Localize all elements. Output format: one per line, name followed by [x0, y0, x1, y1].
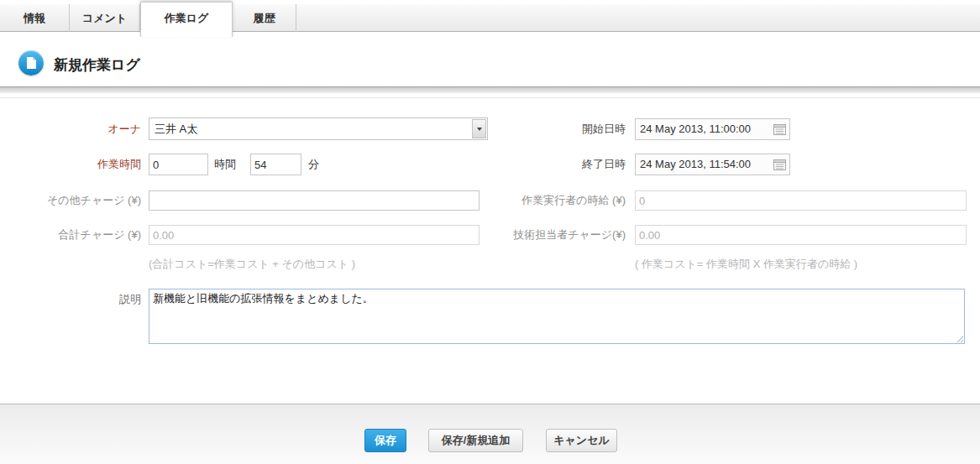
header-divider: [0, 86, 980, 93]
save-and-new-button[interactable]: 保存/新規追加: [428, 429, 523, 452]
work-cost-formula-note: ( 作業コスト= 作業時間 X 作業実行者の時給 ): [635, 257, 857, 272]
end-datetime-value: 24 May 2013, 11:54:00: [636, 154, 789, 175]
work-time-label: 作業時間: [0, 154, 141, 175]
owner-select[interactable]: 三井 A太: [149, 117, 488, 140]
tab-info[interactable]: 情報: [0, 4, 70, 32]
page-title: 新規作業ログ: [54, 55, 140, 75]
tab-comment[interactable]: コメント: [70, 4, 140, 32]
work-minutes-input[interactable]: [250, 154, 301, 175]
description-label: 説明: [0, 291, 141, 308]
total-charge-label: 合計チャージ (¥): [0, 225, 141, 245]
minutes-unit-label: 分: [308, 154, 319, 175]
tech-staff-charge-input[interactable]: [635, 225, 967, 245]
executor-hourly-rate-label: 作業実行者の時給 (¥): [458, 190, 626, 211]
end-datetime-field[interactable]: 24 May 2013, 11:54:00: [635, 154, 790, 175]
calendar-icon[interactable]: [773, 159, 786, 170]
tech-staff-charge-label: 技術担当者チャージ(¥): [458, 225, 626, 245]
tab-worklog-active[interactable]: 作業ログ: [140, 2, 233, 37]
worklog-document-icon: [18, 50, 44, 76]
start-datetime-field[interactable]: 24 May 2013, 11:00:00: [635, 118, 790, 140]
total-charge-input[interactable]: [149, 225, 480, 245]
work-hours-input[interactable]: [149, 154, 208, 175]
save-button[interactable]: 保存: [364, 429, 406, 452]
description-textarea[interactable]: 新機能と旧機能の拡張情報をまとめました。: [149, 289, 965, 344]
resize-grip-icon[interactable]: [956, 336, 964, 343]
start-datetime-value: 24 May 2013, 11:00:00: [636, 119, 789, 139]
start-datetime-label: 開始日時: [458, 118, 626, 140]
header-divider-hairline: [0, 97, 980, 98]
document-icon-glyph: [25, 56, 37, 70]
end-datetime-label: 終了日時: [458, 154, 626, 175]
calendar-icon[interactable]: [773, 123, 786, 135]
other-charge-input[interactable]: [149, 190, 480, 211]
owner-select-value: 三井 A太: [149, 118, 487, 139]
tab-history[interactable]: 履歴: [233, 4, 296, 32]
owner-label: オーナ: [0, 118, 141, 140]
cancel-button[interactable]: キャンセル: [546, 429, 617, 452]
executor-hourly-rate-input[interactable]: [635, 190, 967, 211]
hours-unit-label: 時間: [214, 154, 236, 175]
tab-bar: 情報 コメント 履歴 作業ログ: [0, 4, 980, 32]
other-charge-label: その他チャージ (¥): [0, 190, 141, 211]
worklog-form-screen: 情報 コメント 履歴 作業ログ 新規作業ログ オーナ 三井 A太 開始日時 24…: [0, 0, 980, 464]
total-charge-formula-note: (合計コスト=作業コスト + その他コスト ): [149, 257, 355, 272]
